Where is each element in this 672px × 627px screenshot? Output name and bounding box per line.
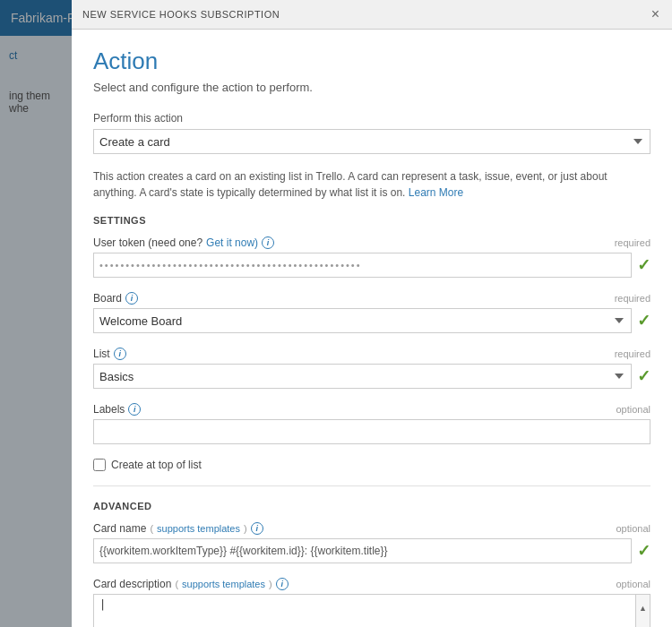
card-desc-textarea-container: | ▲ ▼ bbox=[93, 594, 650, 627]
create-top-group: Create at top of list bbox=[93, 459, 650, 471]
board-info-icon[interactable]: i bbox=[125, 292, 138, 305]
user-token-label-text: User token (need one? bbox=[93, 236, 202, 249]
section-divider bbox=[93, 485, 650, 486]
create-top-label: Create at top of list bbox=[111, 459, 202, 471]
labels-group: Labels i optional bbox=[93, 403, 650, 444]
board-group: Board i required Welcome Board ✓ bbox=[93, 292, 650, 333]
list-required: required bbox=[615, 348, 650, 359]
learn-more-link[interactable]: Learn More bbox=[409, 186, 463, 199]
card-name-label-row: Card name ( supports templates ) i bbox=[93, 522, 263, 535]
subtitle-text: Select and configure the action to perfo… bbox=[93, 81, 650, 94]
card-name-label-text: Card name bbox=[93, 522, 146, 535]
list-input-row: Basics ✓ bbox=[93, 364, 650, 389]
user-token-group: User token (need one? Get it now) i requ… bbox=[93, 236, 650, 278]
list-check-icon: ✓ bbox=[637, 366, 650, 386]
advanced-heading: ADVANCED bbox=[93, 501, 650, 511]
action-select[interactable]: Create a card bbox=[93, 129, 650, 154]
perform-action-label: Perform this action bbox=[93, 112, 650, 125]
list-info-icon[interactable]: i bbox=[114, 348, 126, 360]
card-desc-supports-templates-link[interactable]: supports templates bbox=[182, 579, 265, 589]
list-label-row: List i bbox=[93, 348, 126, 360]
labels-input[interactable] bbox=[93, 419, 650, 444]
card-name-group: Card name ( supports templates ) i optio… bbox=[93, 522, 650, 563]
scroll-down-arrow[interactable]: ▼ bbox=[636, 621, 650, 627]
user-token-check-icon: ✓ bbox=[637, 255, 650, 275]
card-name-value: {{workitem.workItemType}} #{{workitem.id… bbox=[93, 538, 632, 563]
card-desc-label-row: Card description ( supports templates ) … bbox=[93, 578, 289, 590]
get-it-now-link[interactable]: Get it now) bbox=[206, 236, 258, 249]
user-token-input[interactable] bbox=[93, 253, 632, 278]
labels-info-icon[interactable]: i bbox=[128, 403, 141, 416]
scrollbar-arrows: ▲ ▼ bbox=[635, 595, 650, 627]
card-name-input-row: {{workitem.workItemType}} #{{workitem.id… bbox=[93, 538, 650, 563]
card-name-check-icon: ✓ bbox=[637, 541, 650, 561]
scroll-up-arrow[interactable]: ▲ bbox=[636, 595, 650, 621]
user-token-required: required bbox=[615, 237, 650, 248]
create-top-checkbox[interactable] bbox=[93, 459, 106, 471]
card-description-textarea[interactable]: | bbox=[94, 595, 635, 627]
card-desc-info-icon[interactable]: i bbox=[276, 578, 289, 590]
modal-dialog: NEW SERVICE HOOKS SUBSCRIPTION × Action … bbox=[72, 0, 672, 627]
user-token-input-row: ✓ bbox=[93, 253, 650, 278]
labels-label-text: Labels bbox=[93, 403, 125, 416]
card-name-info-icon[interactable]: i bbox=[251, 522, 263, 535]
labels-label-row: Labels i bbox=[93, 403, 141, 416]
board-required: required bbox=[615, 293, 650, 304]
list-label-text: List bbox=[93, 348, 110, 360]
board-label-text: Board bbox=[93, 292, 122, 305]
list-select[interactable]: Basics bbox=[93, 364, 632, 389]
card-name-optional: optional bbox=[616, 523, 650, 534]
card-description-group: Card description ( supports templates ) … bbox=[93, 578, 650, 627]
list-group: List i required Basics ✓ bbox=[93, 348, 650, 389]
board-label-row: Board i bbox=[93, 292, 138, 305]
card-desc-optional: optional bbox=[616, 579, 650, 589]
perform-action-group: Perform this action Create a card bbox=[93, 112, 650, 154]
board-check-icon: ✓ bbox=[637, 311, 650, 331]
board-select[interactable]: Welcome Board bbox=[93, 308, 632, 333]
modal-title-bar: NEW SERVICE HOOKS SUBSCRIPTION × bbox=[72, 0, 672, 30]
modal-body: Action Select and configure the action t… bbox=[72, 30, 672, 627]
action-description: This action creates a card on an existin… bbox=[93, 168, 650, 201]
user-token-label-row: User token (need one? Get it now) i bbox=[93, 236, 274, 249]
user-token-info-icon[interactable]: i bbox=[262, 236, 274, 249]
settings-heading: SETTINGS bbox=[93, 215, 650, 226]
labels-optional: optional bbox=[616, 404, 650, 415]
modal-overlay: NEW SERVICE HOOKS SUBSCRIPTION × Action … bbox=[0, 0, 672, 627]
card-desc-label-text: Card description bbox=[93, 578, 171, 590]
modal-title: NEW SERVICE HOOKS SUBSCRIPTION bbox=[82, 9, 280, 20]
card-name-supports-templates-link[interactable]: supports templates bbox=[157, 523, 240, 534]
close-button[interactable]: × bbox=[650, 7, 661, 21]
page-title: Action bbox=[93, 47, 650, 75]
board-input-row: Welcome Board ✓ bbox=[93, 308, 650, 333]
